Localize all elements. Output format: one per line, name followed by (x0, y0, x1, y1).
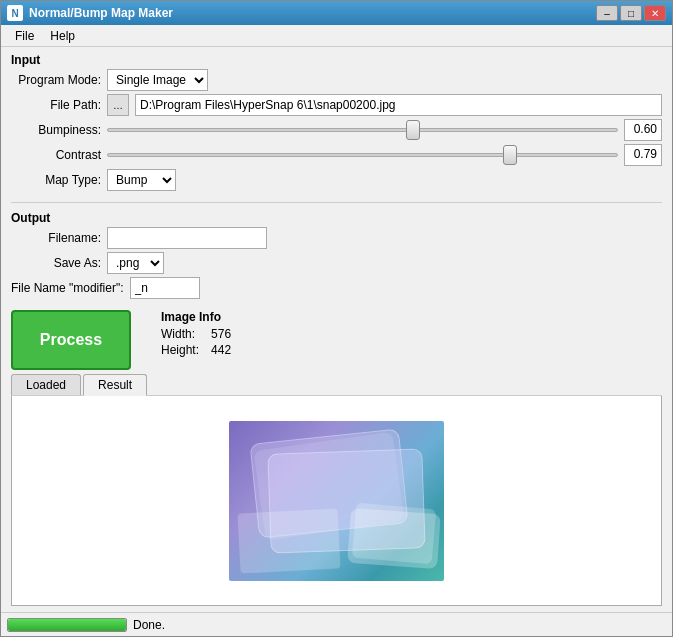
modifier-input[interactable] (130, 277, 200, 299)
content-area: Input Program Mode: Single Image Batch F… (1, 47, 672, 612)
contrast-slider-container (107, 144, 618, 166)
image-info-label: Image Info (161, 310, 243, 324)
height-row: Height: 442 (161, 342, 243, 358)
minimize-button[interactable]: – (596, 5, 618, 21)
contrast-row: Contrast 0.79 (11, 144, 662, 166)
modifier-label: File Name "modifier": (11, 281, 124, 295)
status-text: Done. (133, 618, 165, 632)
tabs-header: Loaded Result (11, 374, 662, 396)
height-value: 442 (211, 342, 243, 358)
bumpiness-row: Bumpiness: 0.60 (11, 119, 662, 141)
title-bar: N Normal/Bump Map Maker – □ ✕ (1, 1, 672, 25)
contrast-slider-thumb[interactable] (503, 145, 517, 165)
save-as-select[interactable]: .png .jpg .bmp .tga (107, 252, 164, 274)
contrast-slider-track (107, 153, 618, 157)
filename-label: Filename: (11, 231, 101, 245)
file-path-input[interactable] (135, 94, 662, 116)
progress-bar-fill (8, 619, 126, 631)
input-section: Input Program Mode: Single Image Batch F… (11, 53, 662, 194)
input-section-label: Input (11, 53, 662, 67)
image-info: Image Info Width: 576 Height: 442 (161, 310, 243, 358)
modifier-row: File Name "modifier": (11, 277, 662, 299)
tab-result[interactable]: Result (83, 374, 147, 396)
status-bar: Done. (1, 612, 672, 636)
window-title: Normal/Bump Map Maker (29, 6, 596, 20)
bumpiness-value: 0.60 (624, 119, 662, 141)
main-window: N Normal/Bump Map Maker – □ ✕ File Help … (0, 0, 673, 637)
tab-loaded[interactable]: Loaded (11, 374, 81, 395)
menu-file[interactable]: File (7, 27, 42, 45)
process-button[interactable]: Process (11, 310, 131, 370)
save-as-label: Save As: (11, 256, 101, 270)
image-info-table: Width: 576 Height: 442 (161, 326, 243, 358)
tabs-container: Loaded Result (11, 374, 662, 606)
save-as-row: Save As: .png .jpg .bmp .tga (11, 252, 662, 274)
file-path-row: File Path: … (11, 94, 662, 116)
menubar: File Help (1, 25, 672, 47)
divider-1 (11, 202, 662, 203)
close-button[interactable]: ✕ (644, 5, 666, 21)
map-type-row: Map Type: Bump Normal (11, 169, 662, 191)
width-label: Width: (161, 326, 211, 342)
process-section: Process Image Info Width: 576 Height: 44… (11, 310, 662, 370)
app-icon: N (7, 5, 23, 21)
preview-card-4 (237, 508, 340, 573)
height-label: Height: (161, 342, 211, 358)
width-row: Width: 576 (161, 326, 243, 342)
filename-input[interactable] (107, 227, 267, 249)
bumpiness-label: Bumpiness: (11, 123, 101, 137)
tab-content-result (11, 396, 662, 606)
file-path-label: File Path: (11, 98, 101, 112)
map-type-select[interactable]: Bump Normal (107, 169, 176, 191)
maximize-button[interactable]: □ (620, 5, 642, 21)
width-value: 576 (211, 326, 243, 342)
filename-row: Filename: (11, 227, 662, 249)
menu-help[interactable]: Help (42, 27, 83, 45)
program-mode-label: Program Mode: (11, 73, 101, 87)
progress-bar-track (7, 618, 127, 632)
program-mode-select[interactable]: Single Image Batch (107, 69, 208, 91)
bumpiness-slider-track (107, 128, 618, 132)
contrast-label: Contrast (11, 148, 101, 162)
output-section-label: Output (11, 211, 662, 225)
title-bar-controls: – □ ✕ (596, 5, 666, 21)
program-mode-row: Program Mode: Single Image Batch (11, 69, 662, 91)
bumpiness-slider-thumb[interactable] (406, 120, 420, 140)
contrast-value: 0.79 (624, 144, 662, 166)
preview-card-3 (347, 507, 441, 568)
result-image-preview (229, 421, 444, 581)
file-browse-button[interactable]: … (107, 94, 129, 116)
map-type-label: Map Type: (11, 173, 101, 187)
output-section: Output Filename: Save As: .png .jpg .bmp… (11, 211, 662, 302)
bumpiness-slider-container (107, 119, 618, 141)
